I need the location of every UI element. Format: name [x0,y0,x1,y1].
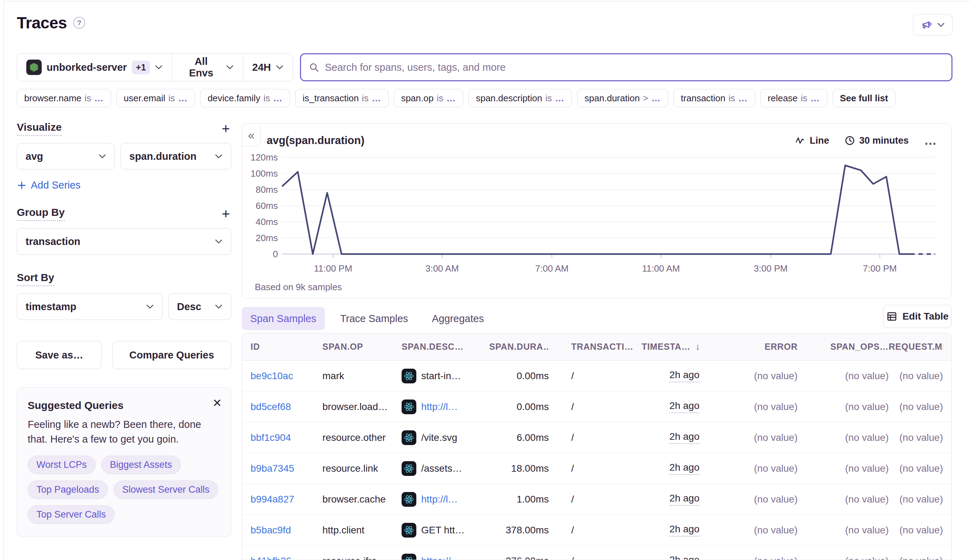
filter-chip[interactable]: transactionis… [673,89,755,107]
request-method-cell: (no value) [889,525,943,536]
transaction-cell: / [549,463,642,474]
column-header[interactable]: ERROR [700,342,798,352]
sort-direction-value: Desc [177,301,201,313]
tab-trace-samples[interactable]: Trace Samples [332,307,417,330]
search-input[interactable] [325,62,944,73]
close-icon[interactable]: ✕ [212,397,222,408]
timestamp-cell: 2h ago [642,400,700,413]
filter-chip[interactable]: browser.nameis… [17,89,111,107]
filter-chip[interactable]: span.descriptionis… [468,89,572,107]
column-header[interactable]: SPAN.OP [322,342,402,352]
request-method-cell: (no value) [889,463,943,474]
filter-chip[interactable]: is_transactionis… [295,89,388,107]
span-description-text[interactable]: start-in… [421,370,461,382]
column-header[interactable]: SPAN.DESC… [402,342,489,352]
chevron-down-icon [276,65,283,70]
column-header[interactable]: ID [250,342,322,352]
help-icon[interactable]: ? [73,17,85,29]
filter-chip-key: release [768,93,798,104]
filter-chip[interactable]: device.familyis… [200,89,290,107]
top-frame-edge [3,1,970,2]
chart-type-label: Line [810,135,829,146]
suggested-query-chip[interactable]: Top Pageloads [28,480,108,499]
span-description-text[interactable]: http://l… [421,494,458,505]
see-full-list-button[interactable]: See full list [833,89,895,107]
span-description-cell: http://l… [402,400,489,414]
chart-interval-selector[interactable]: 30 minutes [845,135,909,146]
add-group-by-button[interactable]: + [220,207,231,221]
span-description-text[interactable]: https://… [421,555,460,560]
chart-menu-button[interactable]: … [924,137,937,144]
filter-chip-value: … [178,93,187,104]
span-duration-cell: 276.00ms [489,555,549,560]
timestamp-cell: 2h ago [642,493,700,506]
filter-chip[interactable]: span.duration>… [577,89,668,107]
request-method-cell: (no value) [889,401,943,412]
chevron-down-icon [226,65,234,70]
search-icon [309,62,319,73]
span-id-link[interactable]: b994a827 [250,494,322,505]
field-value: span.duration [129,151,197,162]
span-id-link[interactable]: bd5cef68 [250,401,322,412]
left-nav-edge [3,0,4,560]
timestamp-value: 2h ago [669,462,700,475]
span-description-text[interactable]: http://l… [421,401,458,412]
suggested-query-chips: Worst LCPsBiggest AssetsTop PageloadsSlo… [28,455,220,524]
span-id-link[interactable]: b5bac9fd [250,525,322,536]
span-duration-cell: 378.00ms [489,525,549,536]
filter-chip[interactable]: releaseis… [760,89,827,107]
group-by-select[interactable]: transaction [17,228,231,255]
collapse-sidebar-button[interactable]: « [242,123,261,147]
filter-chip-value: … [652,93,661,104]
edit-table-button[interactable]: Edit Table [883,305,952,328]
whats-new-button[interactable] [913,14,952,36]
span-description-cell: https://… [402,554,489,560]
suggested-query-chip[interactable]: Biggest Assets [101,455,181,474]
aggregate-select[interactable]: avg [17,143,115,170]
column-header[interactable]: REQUEST.ME… [889,342,943,352]
error-cell: (no value) [700,525,798,536]
span-duration-cell: 0.00ms [489,401,549,412]
suggested-query-chip[interactable]: Top Server Calls [28,505,115,524]
chart-panel: « avg(span.duration) Line 30 minutes … 1… [242,123,952,298]
column-header[interactable]: TRANSACTI… [549,342,642,352]
span-id-link[interactable]: be9c10ac [250,370,322,382]
transaction-cell: / [549,401,642,412]
column-header[interactable]: TIMESTA…↓ [642,341,700,352]
filter-chip[interactable]: span.opis… [394,89,463,107]
timestamp-cell: 2h ago [642,462,700,475]
filter-chip[interactable]: user.emailis… [116,89,195,107]
suggested-query-chip[interactable]: Slowest Server Calls [113,480,218,499]
filter-chip-operator: is [728,93,735,104]
sort-by-heading: Sort By [17,272,54,286]
suggested-query-chip[interactable]: Worst LCPs [28,455,96,474]
column-header[interactable]: SPAN.DURA… [489,342,549,352]
span-description-text[interactable]: /vite.svg [421,432,457,443]
quick-filter-chips: browser.nameis…user.emailis…device.famil… [17,89,952,107]
span-description-text[interactable]: /assets… [421,463,462,474]
node-project-icon [26,60,42,75]
span-id-link[interactable]: bbf1c904 [250,432,322,443]
field-select[interactable]: span.duration [120,143,231,170]
chart-title: avg(span.duration) [267,134,365,147]
sort-direction-select[interactable]: Desc [168,293,231,320]
add-series-button[interactable]: Add Series [17,180,81,191]
span-id-link[interactable]: b9ba7345 [250,463,322,474]
time-range-selector[interactable]: 24H [243,53,293,81]
span-description-text[interactable]: GET htt… [421,525,465,536]
span-op-cell: resource.ifra… [322,555,402,560]
span-id-link[interactable]: b41bfb26 [250,555,322,560]
save-as-button[interactable]: Save as… [17,341,102,369]
sort-field-select[interactable]: timestamp [17,293,163,320]
span-ops-cell: (no value) [798,463,889,474]
environment-selector[interactable]: All Envs [172,53,242,81]
tab-aggregates[interactable]: Aggregates [424,307,492,330]
project-selector[interactable]: unborked-server +1 [17,53,172,81]
span-op-cell: mark [322,370,402,382]
filter-chip-operator: is [168,93,175,104]
column-header[interactable]: SPAN_OPS… [798,342,889,352]
tab-span-samples[interactable]: Span Samples [242,307,325,330]
add-visualize-button[interactable]: + [220,122,231,136]
chart-type-toggle[interactable]: Line [795,135,829,146]
compare-queries-button[interactable]: Compare Queries [112,341,231,369]
